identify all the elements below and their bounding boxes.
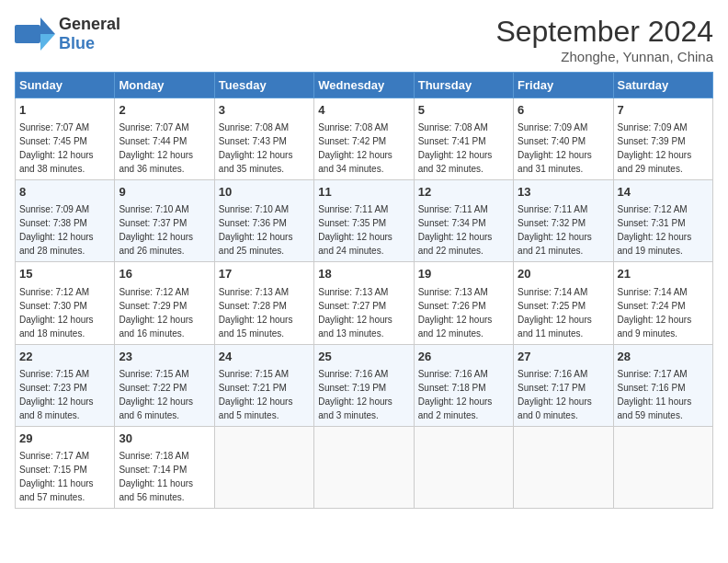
svg-marker-2 (40, 34, 55, 51)
day-header-thursday: Thursday (414, 73, 513, 98)
day-number: 17 (219, 266, 310, 282)
day-info: Sunrise: 7:13 AMSunset: 7:28 PMDaylight:… (219, 287, 293, 339)
day-info: Sunrise: 7:09 AMSunset: 7:38 PMDaylight:… (19, 204, 94, 256)
day-number: 13 (518, 184, 609, 201)
calendar-cell: 5Sunrise: 7:08 AMSunset: 7:41 PMDaylight… (414, 98, 513, 180)
calendar-cell: 22Sunrise: 7:15 AMSunset: 7:23 PMDayligh… (16, 344, 115, 426)
day-info: Sunrise: 7:13 AMSunset: 7:26 PMDaylight:… (418, 287, 493, 339)
week-row-5: 29Sunrise: 7:17 AMSunset: 7:15 PMDayligh… (16, 426, 713, 508)
calendar-cell: 23Sunrise: 7:15 AMSunset: 7:22 PMDayligh… (115, 344, 214, 426)
calendar-cell: 26Sunrise: 7:16 AMSunset: 7:18 PMDayligh… (414, 344, 513, 426)
week-row-1: 1Sunrise: 7:07 AMSunset: 7:45 PMDaylight… (16, 98, 713, 180)
logo: General Blue (15, 15, 120, 53)
day-header-monday: Monday (115, 73, 214, 98)
calendar-cell: 8Sunrise: 7:09 AMSunset: 7:38 PMDaylight… (16, 180, 115, 262)
week-row-3: 15Sunrise: 7:12 AMSunset: 7:30 PMDayligh… (16, 262, 713, 344)
calendar-cell: 2Sunrise: 7:07 AMSunset: 7:44 PMDaylight… (115, 98, 214, 180)
calendar-cell (314, 426, 414, 508)
day-number: 16 (119, 266, 210, 282)
calendar-cell (613, 426, 712, 508)
day-number: 29 (19, 431, 110, 447)
day-number: 15 (19, 266, 110, 282)
calendar-cell: 21Sunrise: 7:14 AMSunset: 7:24 PMDayligh… (613, 262, 712, 344)
day-number: 5 (418, 102, 509, 119)
day-info: Sunrise: 7:09 AMSunset: 7:40 PMDaylight:… (518, 122, 592, 174)
day-info: Sunrise: 7:14 AMSunset: 7:24 PMDaylight:… (618, 287, 692, 339)
day-info: Sunrise: 7:10 AMSunset: 7:36 PMDaylight:… (219, 204, 293, 256)
day-number: 25 (318, 349, 409, 365)
day-info: Sunrise: 7:15 AMSunset: 7:22 PMDaylight:… (119, 369, 193, 420)
logo-blue: Blue (59, 34, 95, 52)
calendar-cell (514, 426, 613, 508)
calendar-cell: 18Sunrise: 7:13 AMSunset: 7:27 PMDayligh… (314, 262, 414, 344)
day-info: Sunrise: 7:16 AMSunset: 7:18 PMDaylight:… (418, 369, 493, 420)
day-info: Sunrise: 7:16 AMSunset: 7:17 PMDaylight:… (518, 369, 592, 420)
day-info: Sunrise: 7:08 AMSunset: 7:43 PMDaylight:… (219, 122, 293, 174)
calendar-cell: 28Sunrise: 7:17 AMSunset: 7:16 PMDayligh… (613, 344, 712, 426)
calendar-cell: 20Sunrise: 7:14 AMSunset: 7:25 PMDayligh… (514, 262, 613, 344)
day-number: 3 (219, 102, 310, 119)
day-info: Sunrise: 7:17 AMSunset: 7:16 PMDaylight:… (618, 369, 692, 420)
day-info: Sunrise: 7:11 AMSunset: 7:34 PMDaylight:… (418, 204, 493, 256)
svg-marker-1 (40, 17, 55, 34)
day-header-wednesday: Wednesday (314, 73, 414, 98)
day-info: Sunrise: 7:13 AMSunset: 7:27 PMDaylight:… (318, 287, 392, 339)
day-info: Sunrise: 7:15 AMSunset: 7:21 PMDaylight:… (219, 369, 293, 420)
day-number: 28 (618, 349, 709, 365)
day-number: 23 (119, 349, 210, 365)
calendar-cell: 10Sunrise: 7:10 AMSunset: 7:36 PMDayligh… (214, 180, 313, 262)
day-number: 8 (19, 184, 110, 201)
day-number: 14 (618, 184, 709, 201)
calendar-cell: 4Sunrise: 7:08 AMSunset: 7:42 PMDaylight… (314, 98, 414, 180)
calendar-cell: 24Sunrise: 7:15 AMSunset: 7:21 PMDayligh… (214, 344, 313, 426)
calendar-cell: 14Sunrise: 7:12 AMSunset: 7:31 PMDayligh… (613, 180, 712, 262)
calendar-cell: 13Sunrise: 7:11 AMSunset: 7:32 PMDayligh… (514, 180, 613, 262)
day-info: Sunrise: 7:08 AMSunset: 7:41 PMDaylight:… (418, 122, 493, 174)
calendar-cell: 12Sunrise: 7:11 AMSunset: 7:34 PMDayligh… (414, 180, 513, 262)
day-info: Sunrise: 7:11 AMSunset: 7:35 PMDaylight:… (318, 204, 392, 256)
calendar-cell: 3Sunrise: 7:08 AMSunset: 7:43 PMDaylight… (214, 98, 313, 180)
day-number: 18 (318, 266, 409, 282)
day-number: 2 (119, 102, 210, 119)
calendar-cell: 25Sunrise: 7:16 AMSunset: 7:19 PMDayligh… (314, 344, 414, 426)
calendar-cell: 19Sunrise: 7:13 AMSunset: 7:26 PMDayligh… (414, 262, 513, 344)
day-info: Sunrise: 7:07 AMSunset: 7:45 PMDaylight:… (19, 122, 94, 174)
calendar-table: SundayMondayTuesdayWednesdayThursdayFrid… (15, 72, 713, 509)
calendar-cell (214, 426, 313, 508)
day-number: 4 (318, 102, 409, 119)
month-title: September 2024 (495, 15, 713, 49)
day-number: 10 (219, 184, 310, 201)
day-number: 30 (119, 431, 210, 447)
calendar-cell: 15Sunrise: 7:12 AMSunset: 7:30 PMDayligh… (16, 262, 115, 344)
day-info: Sunrise: 7:07 AMSunset: 7:44 PMDaylight:… (119, 122, 193, 174)
day-number: 21 (618, 266, 709, 282)
day-number: 19 (418, 266, 509, 282)
day-number: 11 (318, 184, 409, 201)
day-info: Sunrise: 7:12 AMSunset: 7:30 PMDaylight:… (19, 287, 94, 339)
day-number: 7 (618, 102, 709, 119)
day-header-sunday: Sunday (16, 73, 115, 98)
calendar-cell: 16Sunrise: 7:12 AMSunset: 7:29 PMDayligh… (115, 262, 214, 344)
calendar-cell: 7Sunrise: 7:09 AMSunset: 7:39 PMDaylight… (613, 98, 712, 180)
day-number: 12 (418, 184, 509, 201)
calendar-cell: 29Sunrise: 7:17 AMSunset: 7:15 PMDayligh… (16, 426, 115, 508)
day-info: Sunrise: 7:12 AMSunset: 7:31 PMDaylight:… (618, 204, 692, 256)
title-area: September 2024 Zhonghe, Yunnan, China (495, 15, 713, 64)
day-number: 27 (518, 349, 609, 365)
logo-icon (15, 17, 55, 51)
day-number: 6 (518, 102, 609, 119)
calendar-cell: 27Sunrise: 7:16 AMSunset: 7:17 PMDayligh… (514, 344, 613, 426)
calendar-header-row: SundayMondayTuesdayWednesdayThursdayFrid… (16, 73, 713, 98)
day-info: Sunrise: 7:10 AMSunset: 7:37 PMDaylight:… (119, 204, 193, 256)
day-info: Sunrise: 7:09 AMSunset: 7:39 PMDaylight:… (618, 122, 692, 174)
day-info: Sunrise: 7:17 AMSunset: 7:15 PMDaylight:… (19, 451, 94, 502)
day-number: 20 (518, 266, 609, 282)
day-number: 26 (418, 349, 509, 365)
svg-rect-0 (15, 25, 40, 43)
day-header-saturday: Saturday (613, 73, 712, 98)
day-info: Sunrise: 7:08 AMSunset: 7:42 PMDaylight:… (318, 122, 392, 174)
location-subtitle: Zhonghe, Yunnan, China (495, 49, 713, 64)
header: General Blue September 2024 Zhonghe, Yun… (15, 15, 713, 64)
day-number: 22 (19, 349, 110, 365)
week-row-4: 22Sunrise: 7:15 AMSunset: 7:23 PMDayligh… (16, 344, 713, 426)
